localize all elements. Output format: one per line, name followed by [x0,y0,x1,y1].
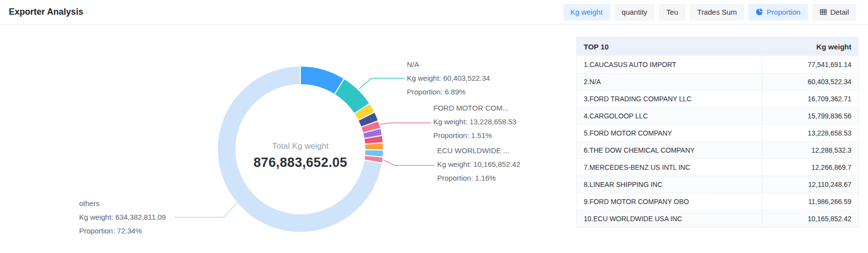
button-label: Detail [830,8,849,16]
table-body: 1.CAUCASUS AUTO IMPORT77,541,691.142.N/A… [577,56,858,227]
kg-weight-cell: 11,986,266.59 [762,193,858,210]
callout-kg-weight: Kg weight: 60,403,522.34 [407,71,490,85]
metric-tabs: Kg weightquantityTeuTrades Sum [563,4,744,21]
callout-name: FORD MOTOR COM... [433,101,516,115]
exporter-name-cell: 1.CAUCASUS AUTO IMPORT [577,56,762,73]
kg-weight-cell: 12,288,532.3 [762,142,858,159]
kg-weight-cell: 13,228,658.53 [762,125,858,141]
callout-leader-line [175,204,236,217]
callout-leader-line [359,78,404,89]
callout-name: others [79,197,166,210]
exporter-name-cell: 9.FORD MOTOR COMPANY OBO [577,193,762,210]
chart-callout-ecu-worldwide: ECU WORLDWIDE ...Kg weight: 10,165,852.4… [437,144,520,185]
top10-table: TOP 10 Kg weight 1.CAUCASUS AUTO IMPORT7… [576,37,859,228]
callout-leader-line [383,160,435,165]
kg-weight-cell: 77,541,691.14 [762,56,858,73]
table-row: 2.N/A60,403,522.34 [577,73,858,90]
callout-kg-weight: Kg weight: 13,228,658.53 [433,115,516,129]
exporter-name-cell: 6.THE DOW CHEMICAL COMPANY [577,142,762,159]
content-area: Total Kg weight 876,883,652.05 N/AKg wei… [0,24,868,253]
callout-proportion: Proportion: 1.51% [433,129,516,142]
table-header-rank: TOP 10 [577,37,762,56]
kg-weight-cell: 12,110,248.67 [762,176,858,193]
chart-center-label: Total Kg weight 876,883,652.05 [227,140,374,170]
callout-name: N/A [407,58,490,71]
button-label: Proportion [766,8,800,16]
chart-center-value: 876,883,652.05 [227,155,374,170]
callout-leader-line [381,123,431,124]
table-header-row: TOP 10 Kg weight [577,37,858,56]
table-row: 5.FORD MOTOR COMPANY13,228,658.53 [577,124,858,141]
detail-button[interactable]: Detail [812,4,856,21]
callout-proportion: Proportion: 6.89% [407,85,490,99]
tab-kg-weight[interactable]: Kg weight [563,4,610,21]
table-grid-icon [820,8,827,16]
table-row: 8.LINEAR SHIPPING INC12,110,248.67 [577,176,858,193]
topbar: Exporter Analysis Kg weightquantityTeuTr… [0,0,868,24]
tab-trades-sum[interactable]: Trades Sum [690,4,744,21]
callout-kg-weight: Kg weight: 634,382,811.09 [79,210,166,224]
chart-center-title: Total Kg weight [227,140,374,153]
tab-teu[interactable]: Teu [659,4,685,21]
table-row: 9.FORD MOTOR COMPANY OBO11,986,266.59 [577,193,858,210]
exporter-name-cell: 7.MERCEDES-BENZ US INTL INC [577,159,762,176]
table-row: 3.FORD TRADING COMPANY LLC16,709,362.71 [577,90,858,107]
exporter-name-cell: 10.ECU WORLDWIDE USA INC [577,210,762,227]
proportion-button[interactable]: Proportion [748,4,807,21]
table-row: 1.CAUCASUS AUTO IMPORT77,541,691.14 [577,56,858,73]
table-row: 10.ECU WORLDWIDE USA INC10,165,852.42 [577,210,858,227]
kg-weight-cell: 15,799,836.56 [762,108,858,124]
kg-weight-cell: 16,709,362.71 [762,91,858,107]
pie-chart-icon [756,8,763,16]
kg-weight-cell: 12,266,869.7 [762,159,858,176]
page-title: Exporter Analysis [9,7,83,17]
kg-weight-cell: 60,403,522.34 [762,73,858,90]
view-controls: Kg weightquantityTeuTrades Sum Proportio… [563,4,856,21]
table-header-kg-weight: Kg weight [762,37,858,56]
callout-kg-weight: Kg weight: 10,165,852.42 [437,158,520,171]
chart-callout-ford-motor-com: FORD MOTOR COM...Kg weight: 13,228,658.5… [433,101,516,142]
tab-quantity[interactable]: quantity [614,4,655,21]
kg-weight-cell: 10,165,852.42 [762,210,858,227]
exporter-name-cell: 3.FORD TRADING COMPANY LLC [577,91,762,107]
chart-callout-n-a: N/AKg weight: 60,403,522.34Proportion: 6… [407,58,490,99]
exporter-name-cell: 2.N/A [577,73,762,90]
chart-callout-others: othersKg weight: 634,382,811.09Proportio… [79,197,166,238]
exporter-name-cell: 8.LINEAR SHIPPING INC [577,176,762,193]
table-row: 6.THE DOW CHEMICAL COMPANY12,288,532.3 [577,141,858,159]
table-row: 4.CARGOLOOP LLC15,799,836.56 [577,107,858,124]
callout-proportion: Proportion: 1.16% [437,171,520,185]
table-row: 7.MERCEDES-BENZ US INTL INC12,266,869.7 [577,159,858,176]
callout-name: ECU WORLDWIDE ... [437,144,520,158]
view-buttons: ProportionDetail [748,4,856,21]
callout-proportion: Proportion: 72.34% [79,224,166,238]
exporter-name-cell: 4.CARGOLOOP LLC [577,108,762,124]
exporter-name-cell: 5.FORD MOTOR COMPANY [577,125,762,141]
